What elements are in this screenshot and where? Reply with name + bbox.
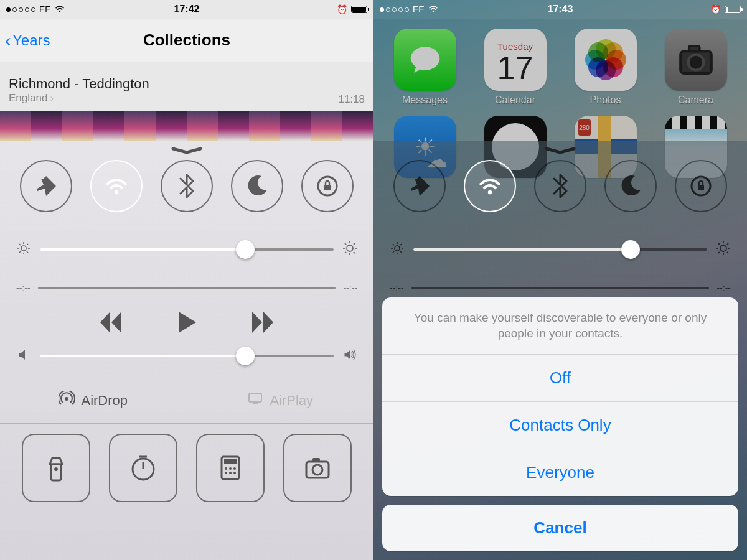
airdrop-icon [59, 391, 75, 411]
status-time: 17:42 [0, 4, 374, 15]
rotation-lock-toggle[interactable] [301, 160, 354, 212]
time-remaining: --:-- [716, 283, 731, 293]
next-track-button[interactable] [250, 309, 276, 338]
sheet-option-contacts-only[interactable]: Contacts Only [382, 401, 738, 449]
brightness-high-icon [716, 241, 731, 258]
airdrop-action-sheet: You can make yourself discoverable to ev… [382, 297, 738, 551]
sheet-option-everyone[interactable]: Everyone [382, 449, 738, 496]
time-remaining: --:-- [343, 283, 357, 293]
sheet-header: You can make yourself discoverable to ev… [382, 297, 738, 354]
moment-subtitle: England [9, 92, 47, 105]
volume-slider[interactable] [40, 355, 334, 357]
dnd-toggle[interactable] [231, 160, 283, 212]
time-elapsed: --:-- [390, 283, 404, 293]
volume-row [0, 343, 374, 378]
status-time: 17:43 [374, 4, 747, 15]
chevron-left-icon: ‹ [5, 31, 11, 50]
back-button[interactable]: ‹ Years [5, 31, 50, 50]
moment-time: 11:18 [338, 93, 365, 106]
moment-title: Richmond - Teddington [9, 76, 365, 92]
chevron-right-icon: › [50, 92, 54, 105]
control-center: --:-- --:-- AirDrop AirPlay [0, 141, 374, 560]
battery-icon [351, 6, 367, 13]
brightness-row [374, 225, 747, 274]
nav-bar: ‹ Years Collections [0, 19, 374, 62]
calculator-button[interactable] [196, 434, 265, 502]
volume-high-icon [342, 348, 357, 364]
airplay-icon [247, 391, 263, 411]
time-elapsed: --:-- [16, 283, 31, 293]
brightness-low-icon [390, 241, 405, 258]
brightness-low-icon [16, 241, 31, 258]
brightness-slider[interactable] [40, 248, 334, 251]
scrubber[interactable] [38, 287, 336, 289]
airdrop-label: AirDrop [81, 393, 128, 409]
airdrop-button[interactable]: AirDrop [0, 378, 187, 423]
moment-header[interactable]: Richmond - Teddington England › 11:18 [0, 72, 374, 106]
flashlight-button[interactable] [22, 434, 90, 502]
airplay-button[interactable]: AirPlay [187, 378, 374, 423]
back-label: Years [12, 32, 50, 49]
rotation-lock-toggle[interactable] [675, 160, 727, 212]
battery-icon [725, 6, 741, 13]
brightness-row [0, 225, 374, 274]
status-bar: EE 17:43 ⏰ [374, 0, 747, 19]
sheet-cancel-button[interactable]: Cancel [382, 505, 738, 551]
play-button[interactable] [174, 309, 200, 338]
bluetooth-toggle[interactable] [534, 160, 586, 212]
timer-button[interactable] [109, 434, 177, 502]
grabber-handle[interactable] [544, 147, 576, 152]
page-title: Collections [143, 30, 230, 50]
wifi-toggle[interactable] [464, 160, 516, 212]
thumbnail-strip[interactable] [0, 111, 374, 141]
brightness-slider[interactable] [413, 248, 707, 251]
sheet-option-off[interactable]: Off [382, 354, 738, 401]
scrubber[interactable] [411, 287, 710, 289]
status-bar: EE 17:42 ⏰ [0, 0, 374, 19]
airplay-label: AirPlay [270, 393, 313, 409]
airplane-mode-toggle[interactable] [393, 160, 446, 212]
airplane-mode-toggle[interactable] [20, 160, 72, 212]
prev-track-button[interactable] [98, 309, 124, 338]
camera-button[interactable] [283, 434, 352, 502]
bluetooth-toggle[interactable] [161, 160, 213, 212]
volume-low-icon [16, 348, 31, 364]
brightness-high-icon [342, 241, 357, 258]
grabber-handle[interactable] [171, 147, 203, 152]
dnd-toggle[interactable] [604, 160, 657, 212]
wifi-toggle[interactable] [90, 160, 143, 212]
